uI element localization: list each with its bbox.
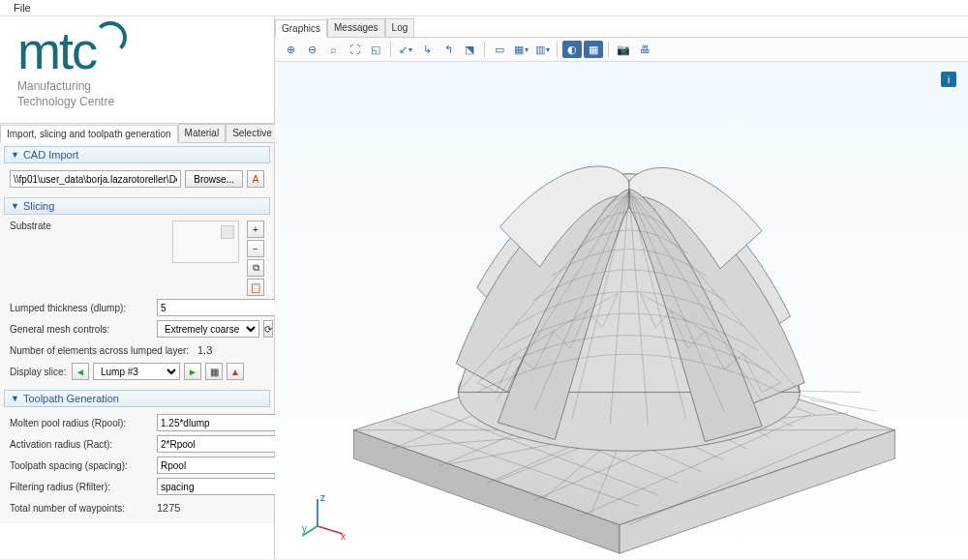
tab-log[interactable]: Log bbox=[385, 18, 415, 37]
svg-text:z: z bbox=[320, 492, 325, 503]
select-all-icon[interactable]: ▦▾ bbox=[511, 41, 530, 58]
svg-text:y: y bbox=[302, 523, 307, 534]
logo-subtitle: ManufacturingTechnology Centre bbox=[17, 79, 257, 109]
snapshot-icon[interactable]: 📷 bbox=[614, 41, 633, 58]
zoom-selected-icon[interactable]: ◱ bbox=[366, 41, 385, 58]
substrate-add-icon[interactable]: + bbox=[247, 221, 264, 238]
import-action-icon[interactable]: A bbox=[247, 170, 264, 188]
toolpath-body: Molten pool radius (Rpool): ⟳ Activation… bbox=[4, 407, 270, 523]
axes-triad: z x y bbox=[302, 493, 350, 544]
activation-radius-label: Activation radius (Ract): bbox=[10, 439, 153, 450]
logo-area: mtc ManufacturingTechnology Centre bbox=[0, 16, 274, 119]
section-cad-import[interactable]: ▼ CAD Import bbox=[4, 146, 270, 163]
svg-text:x: x bbox=[341, 531, 346, 542]
logo-arc-icon bbox=[94, 21, 127, 54]
graphics-canvas[interactable]: i bbox=[275, 62, 968, 559]
zoom-extents-icon[interactable]: ⛶ bbox=[345, 41, 364, 58]
tab-import[interactable]: Import, slicing and toolpath generation bbox=[0, 125, 178, 143]
svg-line-4 bbox=[318, 526, 343, 534]
slice-view-icon[interactable]: ▦ bbox=[205, 363, 223, 380]
cad-path-input[interactable] bbox=[10, 170, 181, 188]
print-icon[interactable]: 🖶 bbox=[635, 41, 654, 58]
display-slice-label: Display slice: bbox=[10, 367, 68, 377]
menu-file[interactable]: File bbox=[8, 0, 37, 15]
logo-text: mtc bbox=[17, 30, 96, 72]
logo: mtc bbox=[17, 30, 257, 72]
mesh-action-icon[interactable]: ⟳ bbox=[263, 320, 273, 338]
right-panel: Graphics Messages Log ⊕ ⊖ ⌕ ⛶ ◱ ↙▾ ↳ ↰ ⬔… bbox=[275, 16, 968, 559]
select-none-icon[interactable]: ▥▾ bbox=[532, 41, 552, 58]
tab-graphics[interactable]: Graphics bbox=[275, 19, 327, 38]
substrate-preview[interactable] bbox=[172, 221, 239, 263]
view-xy-icon[interactable]: ↙▾ bbox=[396, 41, 415, 58]
molten-pool-label: Molten pool radius (Rpool): bbox=[10, 418, 153, 428]
tab-messages[interactable]: Messages bbox=[327, 18, 385, 37]
collapse-icon: ▼ bbox=[11, 201, 19, 211]
molten-pool-input[interactable] bbox=[157, 414, 287, 431]
waypoints-label: Total number of waypoints: bbox=[10, 503, 153, 514]
menubar: File bbox=[0, 0, 968, 16]
transparency-icon[interactable]: ▦ bbox=[584, 41, 603, 58]
display-slice-select[interactable]: Lump #3 bbox=[93, 363, 180, 380]
nelem-value: 1.3 bbox=[197, 344, 212, 356]
left-panel: mtc ManufacturingTechnology Centre Impor… bbox=[0, 16, 275, 559]
tab-material[interactable]: Material bbox=[178, 124, 227, 142]
collapse-icon: ▼ bbox=[11, 394, 19, 403]
waypoints-value: 1275 bbox=[157, 502, 180, 514]
lumped-thickness-label: Lumped thickness (dlump): bbox=[10, 303, 153, 313]
substrate-label: Substrate bbox=[10, 221, 68, 231]
filter-radius-input[interactable] bbox=[157, 478, 287, 495]
left-tabs-row: Import, slicing and toolpath generation … bbox=[0, 124, 274, 143]
substrate-paste-icon[interactable]: 📋 bbox=[247, 279, 264, 296]
zoom-out-icon[interactable]: ⊖ bbox=[302, 41, 321, 58]
zoom-in-icon[interactable]: ⊕ bbox=[281, 41, 300, 58]
substrate-remove-icon[interactable]: − bbox=[247, 240, 264, 257]
activation-radius-input[interactable] bbox=[157, 435, 287, 453]
mesh-render bbox=[283, 70, 956, 559]
right-tabs: Graphics Messages Log bbox=[275, 16, 968, 38]
select-icon[interactable]: ▭ bbox=[490, 41, 509, 58]
prev-slice-icon[interactable]: ◄ bbox=[72, 363, 89, 380]
substrate-copy-icon[interactable]: ⧉ bbox=[247, 259, 264, 277]
zoom-box-icon[interactable]: ⌕ bbox=[323, 41, 343, 58]
view-default-icon[interactable]: ⬔ bbox=[460, 41, 479, 58]
cad-import-body: Browse... A bbox=[4, 163, 270, 194]
section-slicing[interactable]: ▼ Slicing bbox=[4, 197, 270, 215]
collapse-icon: ▼ bbox=[11, 150, 19, 160]
spacing-input[interactable] bbox=[157, 457, 287, 474]
main-container: mtc ManufacturingTechnology Centre Impor… bbox=[0, 16, 968, 559]
filter-radius-label: Filtering radius (Rfilter): bbox=[10, 482, 153, 492]
slicing-body: Substrate + − ⧉ 📋 Lumped thickness (dlum… bbox=[4, 215, 270, 387]
section-toolpath[interactable]: ▼ Toolpath Generation bbox=[4, 390, 270, 407]
view-xz-icon[interactable]: ↰ bbox=[439, 41, 458, 58]
mesh-controls-label: General mesh controls: bbox=[10, 324, 153, 335]
next-slice-icon[interactable]: ► bbox=[184, 363, 201, 380]
view-yz-icon[interactable]: ↳ bbox=[417, 41, 437, 58]
lumped-thickness-input[interactable] bbox=[157, 299, 287, 316]
browse-button[interactable]: Browse... bbox=[185, 170, 243, 188]
mesh-controls-select[interactable]: Extremely coarse bbox=[157, 320, 259, 338]
spacing-label: Toolpath spacing (spacing): bbox=[10, 460, 153, 471]
left-tabs-panel: Import, slicing and toolpath generation … bbox=[0, 123, 274, 523]
nelem-label: Number of elements across lumped layer: bbox=[10, 345, 194, 356]
slice-mesh-icon[interactable]: ▲ bbox=[227, 363, 244, 380]
graphics-toolbar: ⊕ ⊖ ⌕ ⛶ ◱ ↙▾ ↳ ↰ ⬔ ▭ ▦▾ ▥▾ ◐ ▦ 📷 🖶 bbox=[275, 38, 968, 62]
scene-light-icon[interactable]: ◐ bbox=[562, 41, 582, 58]
